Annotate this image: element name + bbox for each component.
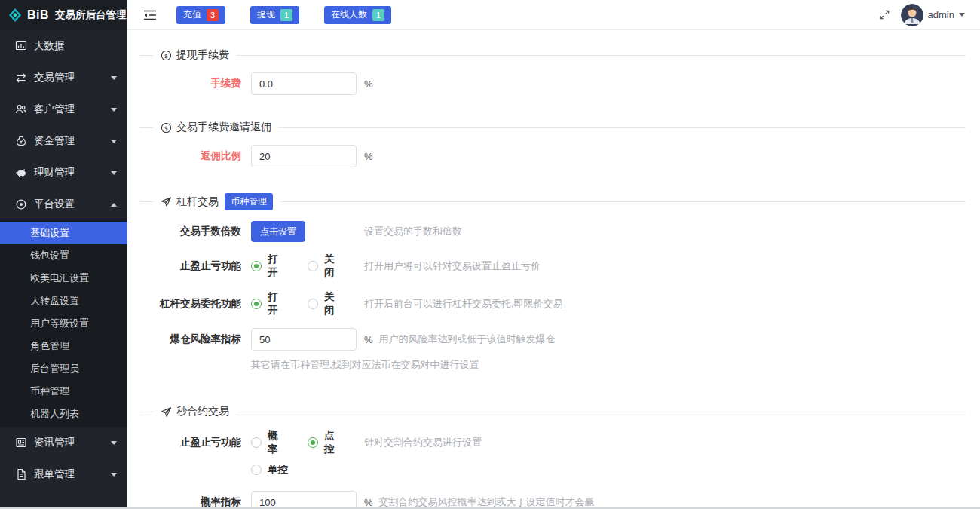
bib-logo-icon — [8, 8, 23, 23]
risk-input[interactable] — [251, 328, 357, 351]
sidebar-item-coin-management[interactable]: 币种管理 — [0, 380, 127, 403]
svg-text:$: $ — [164, 52, 168, 59]
section-title: 秒合约交易 — [161, 405, 229, 419]
rebate-row: 返佣比例 % — [139, 145, 966, 167]
chevron-down-icon — [111, 108, 117, 112]
radio-ring — [308, 437, 318, 448]
risk-label: 爆仓风险率指标 — [139, 333, 241, 346]
money-circle-icon: $ — [161, 122, 172, 133]
tpsl-label: 止盈止亏功能 — [139, 259, 241, 273]
target-icon — [15, 198, 27, 210]
seconds-tpsl-label: 止盈止亏功能 — [139, 436, 241, 449]
rebate-input[interactable] — [251, 145, 357, 167]
recharge-button[interactable]: 充值 3 — [176, 6, 225, 24]
sidebar-item-trade[interactable]: 交易管理 — [0, 62, 127, 94]
username-label: admin — [928, 9, 954, 20]
user-menu[interactable]: admin — [901, 4, 965, 26]
entrust-close-radio[interactable]: 关闭 — [308, 290, 343, 317]
coin-management-tag-button[interactable]: 币种管理 — [225, 193, 273, 210]
sidebar-item-wire-settings[interactable]: 欧美电汇设置 — [0, 267, 127, 290]
online-users-button[interactable]: 在线人数 1 — [324, 6, 391, 24]
topbar-right: admin — [879, 4, 965, 26]
sidebar-item-robot-list[interactable]: 机器人列表 — [0, 403, 127, 425]
section-title: $ 提现手续费 — [161, 48, 229, 62]
entrust-open-radio[interactable]: 打开 — [251, 290, 286, 317]
sidebar-item-wealth[interactable]: 理财管理 — [0, 157, 127, 189]
withdraw-badge: 1 — [280, 9, 292, 21]
entrust-help: 打开后前台可以进行杠杆交易委托,即限价交易 — [364, 297, 563, 311]
single-control-radio[interactable]: 单控 — [251, 463, 288, 477]
chevron-down-icon — [959, 13, 965, 17]
sidebar-item-wallet-settings[interactable]: 钱包设置 — [0, 244, 127, 267]
logo-text: BiB — [27, 8, 49, 22]
radio-ring — [308, 299, 318, 309]
section-lever-divider: 杠杆交易 币种管理 — [139, 193, 966, 210]
trade-arrows-icon — [15, 72, 27, 84]
point-control-radio[interactable]: 点控 — [308, 429, 343, 456]
lots-help: 设置交易的手数和倍数 — [364, 225, 462, 238]
piggybank-icon — [15, 167, 27, 179]
probability-radio[interactable]: 概率 — [251, 429, 286, 456]
percent-suffix: % — [364, 151, 373, 162]
percent-suffix: % — [364, 334, 373, 345]
sidebar-item-wheel-settings[interactable]: 大转盘设置 — [0, 290, 127, 312]
avatar — [901, 4, 923, 26]
sidebar-item-bigdata[interactable]: 大数据 — [0, 30, 127, 62]
radio-ring — [251, 437, 262, 448]
sidebar-item-customers[interactable]: 客户管理 — [0, 94, 127, 125]
users-icon — [15, 103, 27, 115]
chevron-down-icon — [111, 140, 117, 143]
money-circle-icon: $ — [161, 50, 172, 61]
fee-label: 手续费 — [139, 77, 241, 90]
moneybag-icon — [15, 135, 27, 147]
chevron-down-icon — [111, 473, 117, 477]
fullscreen-icon[interactable] — [879, 9, 890, 20]
sidebar-item-admins[interactable]: 后台管理员 — [0, 357, 127, 380]
lots-row: 交易手数倍数 点击设置 设置交易的手数和倍数 — [139, 221, 966, 242]
main-area: 充值 3 提现 1 在线人数 1 admin — [127, 0, 980, 509]
section-seconds-divider: 秒合约交易 — [139, 405, 966, 419]
logo-bar: BiB 交易所后台管理 — [0, 0, 127, 30]
recharge-badge: 3 — [207, 9, 219, 21]
withdraw-button[interactable]: 提现 1 — [250, 6, 299, 24]
sidebar-item-role-management[interactable]: 角色管理 — [0, 335, 127, 357]
set-lots-button[interactable]: 点击设置 — [251, 221, 305, 242]
svg-text:$: $ — [164, 124, 168, 131]
lever-tpsl-row: 止盈止亏功能 打开 关闭 打开用户将可以针对交易设置止盈止亏价 — [139, 253, 966, 280]
percent-suffix: % — [364, 78, 373, 90]
document-icon — [15, 468, 27, 480]
section-title: $ 交易手续费邀请返佣 — [161, 121, 271, 134]
app-window: BiB 交易所后台管理 大数据 交易管理 客户管理 资金管理 理财管理 — [0, 0, 980, 509]
seconds-tpsl-help: 针对交割合约交易进行设置 — [364, 436, 482, 449]
section-title: 杠杆交易 — [161, 195, 219, 209]
tpsl-help: 打开用户将可以针对交易设置止盈止亏价 — [364, 259, 541, 273]
app-title: 交易所后台管理 — [55, 8, 127, 22]
section-rebate-divider: $ 交易手续费邀请返佣 — [139, 121, 966, 134]
chevron-down-icon — [111, 441, 117, 445]
lever-note: 其它请在币种管理,找到对应法币在交易对中进行设置 — [251, 358, 966, 372]
radio-ring — [251, 299, 262, 309]
chevron-up-icon — [111, 203, 117, 207]
sidebar-item-copytrade[interactable]: 跟单管理 — [0, 458, 127, 490]
tpsl-open-radio[interactable]: 打开 — [251, 253, 286, 280]
sidebar-item-news[interactable]: 资讯管理 — [0, 427, 127, 458]
radio-ring — [308, 261, 318, 271]
sidebar: BiB 交易所后台管理 大数据 交易管理 客户管理 资金管理 理财管理 — [0, 0, 127, 509]
chart-icon — [15, 40, 27, 52]
platform-submenu: 基础设置 钱包设置 欧美电汇设置 大转盘设置 用户等级设置 角色管理 后台管理员… — [0, 220, 127, 427]
settings-form: $ 提现手续费 手续费 % $ 交易手续费邀请返佣 — [127, 30, 980, 509]
sidebar-item-platform[interactable]: 平台设置 — [0, 189, 127, 220]
sidebar-item-basic-settings[interactable]: 基础设置 — [0, 222, 127, 244]
lever-entrust-row: 杠杆交易委托功能 打开 关闭 打开后前台可以进行杠杆交易委托,即限价交易 — [139, 290, 966, 317]
sidebar-item-funds[interactable]: 资金管理 — [0, 125, 127, 157]
sidebar-item-userlevel-settings[interactable]: 用户等级设置 — [0, 312, 127, 335]
topbar: 充值 3 提现 1 在线人数 1 admin — [127, 0, 980, 30]
fee-input[interactable] — [251, 72, 357, 95]
menu-fold-icon[interactable] — [143, 10, 157, 20]
seconds-tpsl-row: 止盈止亏功能 概率 点控 针对交割合约交易进行设置 — [139, 429, 966, 456]
tpsl-close-radio[interactable]: 关闭 — [308, 253, 343, 280]
withdraw-fee-row: 手续费 % — [139, 72, 966, 95]
entrust-label: 杠杆交易委托功能 — [139, 297, 241, 311]
chevron-down-icon — [111, 171, 117, 175]
radio-ring — [251, 465, 262, 475]
